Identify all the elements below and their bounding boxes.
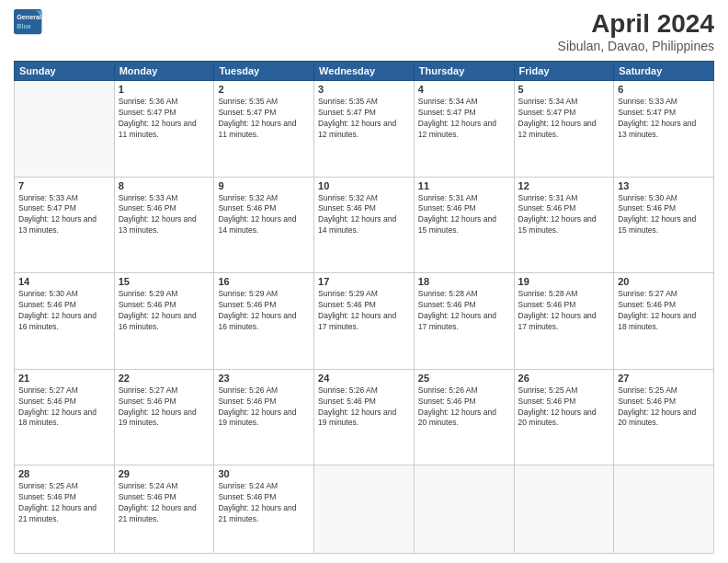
day-info: Sunrise: 5:29 AMSunset: 5:46 PMDaylight:… bbox=[318, 289, 410, 333]
day-info: Sunrise: 5:29 AMSunset: 5:46 PMDaylight:… bbox=[218, 289, 310, 333]
day-info: Sunrise: 5:31 AMSunset: 5:46 PMDaylight:… bbox=[518, 193, 610, 237]
day-info: Sunrise: 5:29 AMSunset: 5:46 PMDaylight:… bbox=[119, 289, 210, 333]
day-number: 24 bbox=[318, 373, 410, 384]
day-info: Sunrise: 5:33 AMSunset: 5:47 PMDaylight:… bbox=[18, 193, 110, 237]
day-info: Sunrise: 5:26 AMSunset: 5:46 PMDaylight:… bbox=[318, 385, 410, 430]
day-number: 18 bbox=[418, 276, 510, 287]
day-info: Sunrise: 5:30 AMSunset: 5:46 PMDaylight:… bbox=[18, 289, 110, 333]
day-cell: 16 Sunrise: 5:29 AMSunset: 5:46 PMDaylig… bbox=[214, 273, 314, 370]
day-info: Sunrise: 5:26 AMSunset: 5:46 PMDaylight:… bbox=[418, 385, 510, 430]
day-cell: 26 Sunrise: 5:25 AMSunset: 5:46 PMDaylig… bbox=[514, 369, 614, 465]
day-number: 3 bbox=[318, 84, 410, 95]
day-info: Sunrise: 5:33 AMSunset: 5:46 PMDaylight:… bbox=[119, 193, 210, 237]
day-number: 16 bbox=[218, 276, 310, 287]
header-cell-wednesday: Wednesday bbox=[314, 62, 415, 81]
day-info: Sunrise: 5:28 AMSunset: 5:46 PMDaylight:… bbox=[518, 289, 610, 333]
header-right: April 2024 Sibulan, Davao, Philippines bbox=[558, 9, 714, 53]
day-info: Sunrise: 5:36 AMSunset: 5:47 PMDaylight:… bbox=[119, 97, 210, 141]
day-cell bbox=[15, 81, 115, 178]
header-cell-saturday: Saturday bbox=[614, 62, 714, 81]
day-info: Sunrise: 5:26 AMSunset: 5:46 PMDaylight:… bbox=[218, 385, 310, 430]
day-cell: 7 Sunrise: 5:33 AMSunset: 5:47 PMDayligh… bbox=[15, 177, 115, 273]
day-cell: 8 Sunrise: 5:33 AMSunset: 5:46 PMDayligh… bbox=[114, 177, 214, 273]
day-number: 2 bbox=[218, 84, 310, 95]
day-cell: 27 Sunrise: 5:25 AMSunset: 5:46 PMDaylig… bbox=[614, 369, 714, 465]
week-row-4: 28 Sunrise: 5:25 AMSunset: 5:46 PMDaylig… bbox=[15, 465, 714, 554]
day-number: 27 bbox=[618, 373, 710, 384]
day-info: Sunrise: 5:35 AMSunset: 5:47 PMDaylight:… bbox=[318, 97, 410, 141]
day-info: Sunrise: 5:34 AMSunset: 5:47 PMDaylight:… bbox=[518, 97, 610, 141]
calendar-table: SundayMondayTuesdayWednesdayThursdayFrid… bbox=[14, 61, 714, 554]
day-cell bbox=[314, 465, 415, 554]
day-number: 10 bbox=[318, 180, 410, 191]
day-info: Sunrise: 5:30 AMSunset: 5:46 PMDaylight:… bbox=[618, 193, 710, 237]
day-cell: 17 Sunrise: 5:29 AMSunset: 5:46 PMDaylig… bbox=[314, 273, 415, 370]
day-cell: 3 Sunrise: 5:35 AMSunset: 5:47 PMDayligh… bbox=[314, 81, 415, 178]
day-cell: 18 Sunrise: 5:28 AMSunset: 5:46 PMDaylig… bbox=[414, 273, 514, 370]
day-number: 8 bbox=[119, 180, 210, 191]
day-number: 14 bbox=[18, 276, 110, 287]
header-row: SundayMondayTuesdayWednesdayThursdayFrid… bbox=[15, 62, 714, 81]
day-cell: 12 Sunrise: 5:31 AMSunset: 5:46 PMDaylig… bbox=[514, 177, 614, 273]
header-cell-tuesday: Tuesday bbox=[214, 62, 314, 81]
day-info: Sunrise: 5:27 AMSunset: 5:46 PMDaylight:… bbox=[618, 289, 710, 333]
day-cell: 28 Sunrise: 5:25 AMSunset: 5:46 PMDaylig… bbox=[15, 465, 115, 554]
header-cell-friday: Friday bbox=[514, 62, 614, 81]
day-info: Sunrise: 5:32 AMSunset: 5:46 PMDaylight:… bbox=[218, 193, 310, 237]
day-number: 1 bbox=[119, 84, 210, 95]
day-cell: 15 Sunrise: 5:29 AMSunset: 5:46 PMDaylig… bbox=[114, 273, 214, 370]
day-number: 11 bbox=[418, 180, 510, 191]
day-number: 17 bbox=[318, 276, 410, 287]
day-cell: 13 Sunrise: 5:30 AMSunset: 5:46 PMDaylig… bbox=[614, 177, 714, 273]
day-number: 25 bbox=[418, 373, 510, 384]
day-cell: 2 Sunrise: 5:35 AMSunset: 5:47 PMDayligh… bbox=[214, 81, 314, 178]
week-row-3: 21 Sunrise: 5:27 AMSunset: 5:46 PMDaylig… bbox=[15, 369, 714, 465]
logo: General Blue bbox=[14, 9, 43, 35]
month-title: April 2024 bbox=[558, 9, 714, 39]
day-number: 6 bbox=[618, 84, 710, 95]
day-cell: 6 Sunrise: 5:33 AMSunset: 5:47 PMDayligh… bbox=[614, 81, 714, 178]
header-cell-thursday: Thursday bbox=[414, 62, 514, 81]
day-number: 5 bbox=[518, 84, 610, 95]
day-info: Sunrise: 5:28 AMSunset: 5:46 PMDaylight:… bbox=[418, 289, 510, 333]
day-info: Sunrise: 5:33 AMSunset: 5:47 PMDaylight:… bbox=[618, 97, 710, 141]
day-cell: 23 Sunrise: 5:26 AMSunset: 5:46 PMDaylig… bbox=[214, 369, 314, 465]
location: Sibulan, Davao, Philippines bbox=[558, 39, 714, 53]
day-cell: 29 Sunrise: 5:24 AMSunset: 5:46 PMDaylig… bbox=[114, 465, 214, 554]
logo-icon: General Blue bbox=[14, 9, 43, 35]
day-info: Sunrise: 5:25 AMSunset: 5:46 PMDaylight:… bbox=[618, 385, 710, 430]
day-cell: 14 Sunrise: 5:30 AMSunset: 5:46 PMDaylig… bbox=[15, 273, 115, 370]
day-number: 19 bbox=[518, 276, 610, 287]
day-info: Sunrise: 5:27 AMSunset: 5:46 PMDaylight:… bbox=[119, 385, 210, 430]
day-info: Sunrise: 5:24 AMSunset: 5:46 PMDaylight:… bbox=[218, 481, 310, 525]
day-cell: 22 Sunrise: 5:27 AMSunset: 5:46 PMDaylig… bbox=[114, 369, 214, 465]
day-number: 26 bbox=[518, 373, 610, 384]
day-cell: 10 Sunrise: 5:32 AMSunset: 5:46 PMDaylig… bbox=[314, 177, 415, 273]
day-info: Sunrise: 5:31 AMSunset: 5:46 PMDaylight:… bbox=[418, 193, 510, 237]
day-number: 9 bbox=[218, 180, 310, 191]
day-number: 30 bbox=[218, 468, 310, 479]
day-cell bbox=[514, 465, 614, 554]
day-info: Sunrise: 5:25 AMSunset: 5:46 PMDaylight:… bbox=[518, 385, 610, 430]
day-number: 23 bbox=[218, 373, 310, 384]
day-info: Sunrise: 5:27 AMSunset: 5:46 PMDaylight:… bbox=[18, 385, 110, 430]
day-number: 7 bbox=[18, 180, 110, 191]
day-number: 15 bbox=[119, 276, 210, 287]
day-number: 29 bbox=[119, 468, 210, 479]
day-cell: 21 Sunrise: 5:27 AMSunset: 5:46 PMDaylig… bbox=[15, 369, 115, 465]
svg-text:General: General bbox=[17, 13, 41, 21]
day-cell: 30 Sunrise: 5:24 AMSunset: 5:46 PMDaylig… bbox=[214, 465, 314, 554]
svg-text:Blue: Blue bbox=[17, 22, 31, 30]
day-cell: 9 Sunrise: 5:32 AMSunset: 5:46 PMDayligh… bbox=[214, 177, 314, 273]
day-cell: 20 Sunrise: 5:27 AMSunset: 5:46 PMDaylig… bbox=[614, 273, 714, 370]
day-cell: 4 Sunrise: 5:34 AMSunset: 5:47 PMDayligh… bbox=[414, 81, 514, 178]
week-row-2: 14 Sunrise: 5:30 AMSunset: 5:46 PMDaylig… bbox=[15, 273, 714, 370]
day-number: 28 bbox=[18, 468, 110, 479]
header: General Blue April 2024 Sibulan, Davao, … bbox=[14, 9, 714, 53]
day-info: Sunrise: 5:24 AMSunset: 5:46 PMDaylight:… bbox=[119, 481, 210, 525]
day-cell: 11 Sunrise: 5:31 AMSunset: 5:46 PMDaylig… bbox=[414, 177, 514, 273]
week-row-0: 1 Sunrise: 5:36 AMSunset: 5:47 PMDayligh… bbox=[15, 81, 714, 178]
day-number: 4 bbox=[418, 84, 510, 95]
day-info: Sunrise: 5:25 AMSunset: 5:46 PMDaylight:… bbox=[18, 481, 110, 525]
day-info: Sunrise: 5:32 AMSunset: 5:46 PMDaylight:… bbox=[318, 193, 410, 237]
